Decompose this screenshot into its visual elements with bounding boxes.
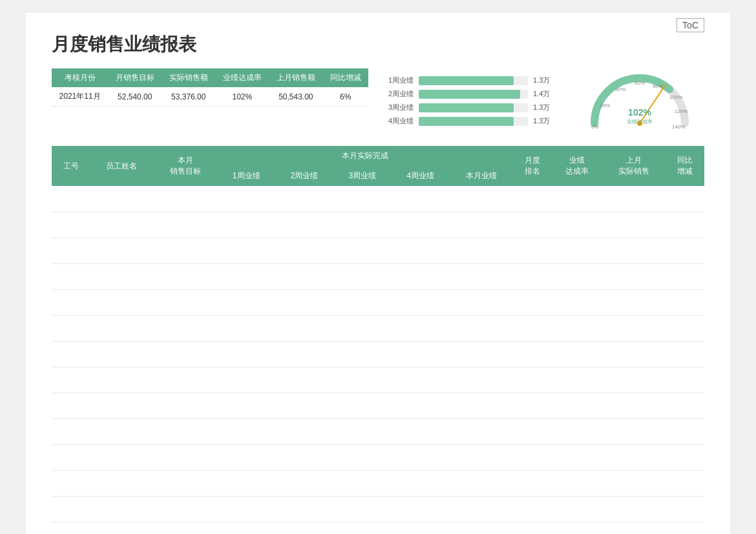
th-employee-name: 员工姓名: [90, 146, 154, 186]
weekly-label-2: 2周业绩: [388, 89, 414, 99]
top-section: 考核月份 月销售目标 实际销售额 业绩达成率 上月销售额 同比增减 2021年1…: [52, 68, 704, 133]
svg-text:40%: 40%: [615, 87, 625, 92]
summary-table-wrap: 考核月份 月销售目标 实际销售额 业绩达成率 上月销售额 同比增减 2021年1…: [52, 68, 368, 133]
svg-text:100%: 100%: [669, 94, 682, 100]
weekly-row-4: 4周业绩1.3万: [388, 116, 556, 126]
weekly-row-2: 2周业绩1.4万: [388, 89, 556, 99]
col-header-target: 月销售目标: [108, 68, 162, 87]
empty-row-6: [52, 315, 704, 341]
th-last-sales: 上月实际销售: [602, 146, 666, 186]
weekly-bar-wrap-4: [419, 117, 528, 126]
weekly-row-3: 3周业绩1.3万: [388, 103, 556, 112]
th-week1: 1周业绩: [217, 166, 275, 186]
col-header-month: 考核月份: [52, 68, 108, 87]
weekly-chart: 1周业绩1.3万2周业绩1.4万3周业绩1.3万4周业绩1.3万: [388, 68, 556, 133]
cell-actual: 53,376.00: [162, 87, 215, 107]
weekly-bar-4: [419, 117, 514, 126]
weekly-label-3: 3周业绩: [388, 103, 414, 112]
svg-text:102%: 102%: [628, 107, 651, 118]
svg-text:140%: 140%: [672, 124, 685, 130]
svg-line-0: [640, 85, 666, 123]
weekly-bar-wrap-2: [419, 90, 528, 99]
weekly-value-4: 1.3万: [533, 116, 556, 126]
svg-text:80%: 80%: [653, 83, 663, 89]
th-rank: 月度排名: [513, 146, 551, 186]
empty-row-3: [52, 238, 704, 263]
empty-row-8: [52, 367, 704, 393]
detail-tbody: [52, 186, 704, 534]
toc-label: ToC: [677, 18, 704, 32]
weekly-value-1: 1.3万: [533, 76, 556, 85]
th-yoy: 同比增减: [666, 146, 704, 186]
cell-target: 52,540.00: [108, 87, 162, 107]
weekly-bar-wrap-3: [419, 103, 528, 112]
th-monthly-actual-group: 本月实际完成: [217, 146, 513, 166]
svg-text:60%: 60%: [635, 80, 645, 86]
page-title: 月度销售业绩报表: [52, 32, 704, 57]
weekly-bar-1: [419, 76, 514, 85]
detail-table: 工号 员工姓名 本月销售目标 本月实际完成 月度排名 业绩达成率 上月实际销售 …: [52, 146, 704, 534]
th-week3: 3周业绩: [333, 166, 392, 186]
empty-row-12: [52, 470, 704, 496]
cell-rate: 102%: [215, 87, 269, 107]
empty-row-10: [52, 418, 704, 444]
col-header-yoy: 同比增减: [322, 68, 368, 87]
weekly-row-1: 1周业绩1.3万: [388, 76, 556, 85]
svg-text:20%: 20%: [600, 103, 610, 108]
th-week2: 2周业绩: [275, 166, 333, 186]
th-monthly-total: 本月业绩: [450, 166, 514, 186]
svg-text:0%: 0%: [591, 124, 599, 130]
gauge-chart: 0% 20% 40% 60% 80% 100% 120% 140% 102% 业…: [575, 68, 704, 133]
detail-table-wrap: 工号 员工姓名 本月销售目标 本月实际完成 月度排名 业绩达成率 上月实际销售 …: [52, 146, 704, 534]
weekly-bar-2: [419, 90, 520, 99]
weekly-bar-wrap-1: [419, 76, 528, 85]
empty-row-2: [52, 212, 704, 238]
cell-last: 50,543.00: [269, 87, 322, 107]
page-container: ToC 月度销售业绩报表 考核月份 月销售目标 实际销售额 业绩达成率 上月销售…: [26, 13, 730, 534]
empty-row-1: [52, 186, 704, 212]
summary-table: 考核月份 月销售目标 实际销售额 业绩达成率 上月销售额 同比增减 2021年1…: [52, 68, 368, 107]
weekly-bar-3: [419, 103, 514, 112]
th-week4: 4周业绩: [392, 166, 450, 186]
cell-month: 2021年11月: [52, 87, 108, 107]
empty-row-11: [52, 444, 704, 470]
cell-yoy: 6%: [322, 87, 368, 107]
empty-row-9: [52, 393, 704, 418]
svg-text:业绩达成率: 业绩达成率: [627, 119, 653, 125]
weekly-value-3: 1.3万: [533, 103, 556, 112]
gauge-svg: 0% 20% 40% 60% 80% 100% 120% 140% 102% 业…: [588, 68, 691, 133]
weekly-label-4: 4周业绩: [388, 116, 414, 126]
svg-text:120%: 120%: [675, 108, 688, 114]
th-achieve-rate: 业绩达成率: [551, 146, 602, 186]
empty-row-13: [52, 496, 704, 522]
empty-row-4: [52, 263, 704, 289]
empty-row-7: [52, 341, 704, 367]
detail-header-row-1: 工号 员工姓名 本月销售目标 本月实际完成 月度排名 业绩达成率 上月实际销售 …: [52, 146, 704, 166]
col-header-rate: 业绩达成率: [215, 68, 269, 87]
weekly-label-1: 1周业绩: [388, 76, 414, 85]
th-monthly-target: 本月销售目标: [154, 146, 218, 186]
empty-row-14: [52, 522, 704, 534]
col-header-actual: 实际销售额: [162, 68, 215, 87]
empty-row-5: [52, 289, 704, 315]
weekly-value-2: 1.4万: [533, 89, 556, 99]
th-employee-id: 工号: [52, 146, 90, 186]
col-header-last: 上月销售额: [269, 68, 322, 87]
